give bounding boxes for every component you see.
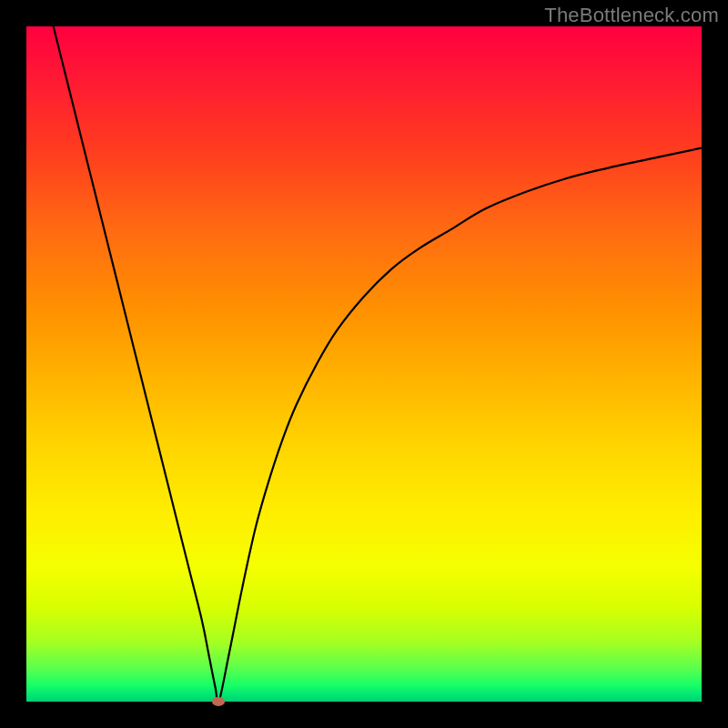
curve-path xyxy=(54,26,702,702)
chart-frame: TheBottleneck.com xyxy=(0,0,728,728)
bottleneck-curve xyxy=(26,26,702,702)
watermark-text: TheBottleneck.com xyxy=(544,4,719,27)
minimum-dot xyxy=(212,697,225,706)
plot-area xyxy=(26,26,702,702)
